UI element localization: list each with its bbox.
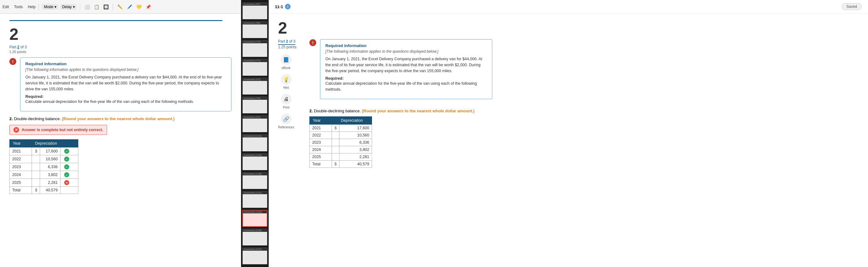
hint-button[interactable]: 💡 Hint	[281, 74, 291, 89]
check-icon-2023: ✓	[64, 164, 69, 169]
thumbnail-label-1: Screenshot (357)	[243, 3, 267, 6]
left-content-area: 2 Part 2 of 3 1.25 points ! Required inf…	[0, 14, 241, 267]
thumbnail-panel: Screenshot (357) Screenshot (356) Screen…	[241, 0, 269, 267]
menu-edit[interactable]: Edit	[2, 5, 9, 9]
thumbnail-5[interactable]: Screenshot (373)	[242, 78, 268, 95]
status-2021: ✓	[60, 148, 78, 155]
right-table-row-2022: 2022 10,560	[310, 131, 372, 139]
thumbnail-10[interactable]: Screenshot (1138)	[242, 172, 268, 189]
right-main-area: ! Required information [The following in…	[309, 39, 859, 168]
toolbar-btn-pen[interactable]: 🖊️	[126, 3, 133, 11]
table-row: 2025 2,281 ✕	[10, 179, 78, 187]
thumbnail-content-6	[243, 100, 267, 113]
mode-label: Mode	[44, 5, 53, 9]
thumbnail-4[interactable]: Screenshot (774)	[242, 59, 268, 76]
thumbnail-6[interactable]: Screenshot (776)	[242, 97, 268, 113]
right-year-2023: 2023	[310, 139, 332, 146]
info-circle-icon[interactable]: i	[285, 4, 290, 9]
required-info-subtitle: [The following information applies to th…	[25, 68, 226, 72]
right-content: 2 Part 2 of 3 1.25 points 📘 eBook	[269, 14, 868, 267]
right-layout-row: Part 2 of 3 1.25 points 📘 eBook 💡	[278, 39, 859, 168]
right-total-dollar: $	[332, 160, 339, 167]
check-icon-2021: ✓	[64, 149, 69, 154]
saved-badge: Saved	[842, 3, 862, 10]
thumbnail-1[interactable]: Screenshot (357)	[242, 2, 268, 20]
required-info-block: ! Required information [The following in…	[9, 57, 231, 111]
menu-tools[interactable]: Tools	[14, 5, 23, 9]
thumbnail-label-3: Screenshot (775)	[243, 41, 267, 43]
references-button[interactable]: 🔗 References	[278, 113, 294, 129]
required-desc: Calculate annual depreciation for the fi…	[25, 99, 226, 105]
mode-button[interactable]: Mode ▾	[42, 4, 58, 10]
right-required-label: Required:	[326, 76, 487, 81]
info-icon: !	[9, 58, 16, 65]
thumbnail-13[interactable]: Screenshot (1335)	[242, 229, 268, 246]
toolbar-btn-pin[interactable]: 📌	[144, 3, 152, 11]
right-total-row: Total $ 40,579	[310, 160, 372, 167]
total-label: Total	[10, 187, 32, 194]
print-button[interactable]: 🖨 Print	[281, 94, 291, 109]
thumbnail-3[interactable]: Screenshot (775)	[242, 40, 268, 57]
required-info-box: Required information [The following info…	[20, 57, 231, 111]
toolbar-btn-3[interactable]: 🔲	[102, 3, 110, 11]
thumbnail-label-9: Screenshot (1134)	[243, 154, 267, 157]
table-row: 2022 10,560 ✓	[10, 155, 78, 163]
right-part-of: of 3	[289, 39, 295, 44]
toolbar-btn-1[interactable]: ⬜	[83, 3, 91, 11]
hint-icon: 💡	[281, 74, 291, 85]
thumbnail-14[interactable]: Screenshot (1270)	[242, 247, 268, 265]
right-amount-2021: 17,600	[339, 124, 372, 131]
depreciation-header: Depreciation	[32, 140, 60, 148]
delay-label: Delay	[62, 5, 72, 9]
table-row: 2023 6,336 ✓	[10, 163, 78, 171]
toolbar-btn-pencil[interactable]: ✏️	[116, 3, 124, 11]
right-required-title: Required information	[326, 43, 487, 48]
year-2025: 2025	[10, 179, 32, 187]
right-dollar-2023	[332, 139, 339, 146]
thumbnail-content-9	[243, 157, 267, 170]
total-dollar: $	[32, 187, 40, 194]
toolbar-menu: Edit Tools Help	[2, 5, 35, 9]
toolbar-btn-highlight[interactable]: 💛	[135, 3, 143, 11]
thumbnail-2[interactable]: Screenshot (356)	[242, 21, 268, 38]
thumbnail-label-6: Screenshot (776)	[243, 97, 267, 100]
right-year-2024: 2024	[310, 146, 332, 153]
hint-label: Hint	[283, 86, 289, 89]
thumbnail-7[interactable]: Screenshot (372)	[242, 115, 268, 132]
thumbnail-11[interactable]: Screenshot (1121)	[242, 191, 268, 208]
delay-button[interactable]: Delay ▾	[60, 4, 77, 10]
right-dollar-2025	[332, 153, 339, 160]
thumbnail-label-5: Screenshot (373)	[243, 78, 267, 81]
part-of-text: of 3	[20, 45, 27, 49]
part-number: 2	[17, 45, 20, 49]
ebook-button[interactable]: 📘 eBook	[281, 54, 291, 70]
right-total-amount: 40,579	[339, 160, 372, 167]
thumbnail-12-active[interactable]: Screenshot (1334)	[242, 210, 268, 227]
thumbnail-label-13: Screenshot (1335)	[243, 229, 267, 232]
references-label: References	[278, 126, 294, 129]
year-2024: 2024	[10, 171, 32, 179]
check-icon-2024: ✓	[64, 172, 69, 177]
amount-2023: 6,336	[40, 163, 60, 171]
total-status	[60, 187, 78, 194]
right-question-number: 2	[278, 20, 859, 36]
menu-help[interactable]: Help	[28, 5, 36, 9]
right-dollar-2024	[332, 146, 339, 153]
points-word: points	[17, 50, 26, 54]
thumbnail-label-10: Screenshot (1138)	[243, 172, 267, 176]
left-panel: Edit Tools Help Mode ▾ Delay ▾ ⬜ 📋 🔲 ✏️ …	[0, 0, 241, 267]
toolbar-btn-2[interactable]: 📋	[93, 3, 100, 11]
thumbnail-content-2	[243, 25, 267, 38]
cross-icon-2025: ✕	[64, 180, 69, 185]
thumbnail-content-14	[243, 251, 267, 264]
year-2021: 2021	[10, 148, 32, 155]
thumbnail-content-5	[243, 81, 267, 95]
thumbnail-8[interactable]: Screenshot (1119)	[242, 134, 268, 151]
problem-id: 11-1 i	[275, 4, 290, 9]
thumbnail-9[interactable]: Screenshot (1134)	[242, 154, 268, 170]
thumbnail-content-13	[243, 232, 267, 245]
right-info-icon: !	[309, 39, 316, 46]
thumbnail-content-8	[243, 137, 267, 151]
amount-2025: 2,281	[40, 179, 60, 187]
toolbar-divider-1	[38, 4, 39, 10]
